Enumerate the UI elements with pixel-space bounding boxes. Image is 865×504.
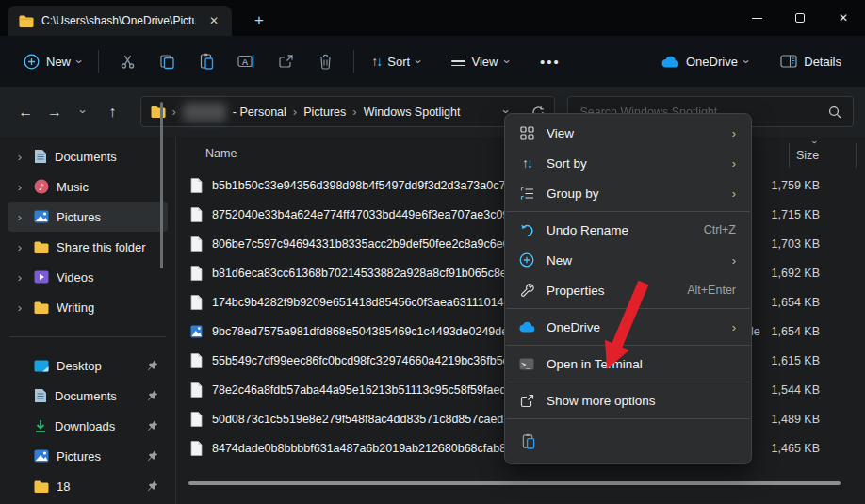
sidebar-item-18[interactable]: 18 [8, 471, 168, 501]
view-button[interactable]: View › [443, 48, 517, 75]
sidebar-item-documents[interactable]: › Documents [8, 141, 168, 171]
sidebar-item-label: Music [57, 180, 162, 194]
sidebar-item-documents-pinned[interactable]: Documents [8, 381, 168, 411]
column-separator[interactable] [856, 143, 857, 168]
menu-item-label: Group by [547, 187, 721, 201]
up-button[interactable]: ↑ [98, 97, 127, 126]
breadcrumb-separator-icon: › [172, 105, 176, 119]
new-tab-button[interactable]: + [245, 7, 273, 35]
menu-item-shortcut: Ctrl+Z [704, 223, 736, 236]
close-button[interactable]: ✕ [822, 0, 865, 36]
search-icon[interactable] [828, 106, 841, 119]
image-file-icon [190, 325, 204, 338]
pictures-icon [34, 449, 49, 463]
window-controls: ✕ [735, 0, 865, 36]
breadcrumb-personal[interactable]: - Personal [233, 106, 286, 119]
expand-chevron-icon[interactable]: › [13, 210, 26, 224]
file-icon [190, 382, 204, 398]
share-button[interactable] [266, 44, 305, 78]
undo-icon [518, 223, 535, 237]
svg-text:♪: ♪ [39, 182, 44, 192]
file-size: 1,465 KB [772, 442, 820, 455]
sidebar-scrollbar[interactable] [160, 102, 163, 268]
folder-icon [19, 15, 34, 27]
view-icon [451, 57, 465, 67]
sidebar-item-desktop[interactable]: Desktop [8, 350, 168, 381]
column-separator[interactable] [789, 143, 790, 168]
file-icon [190, 412, 204, 427]
forward-button[interactable]: → [41, 97, 70, 126]
file-size: 1,692 KB [772, 267, 820, 280]
tab-close-icon[interactable]: ✕ [204, 10, 224, 31]
paste-button[interactable] [514, 427, 543, 455]
sort-button[interactable]: ↑↓ Sort › [363, 47, 429, 75]
column-header-size[interactable]: Size [796, 149, 819, 162]
sidebar-item-label: Downloads [55, 419, 139, 433]
submenu-arrow-icon: › [732, 187, 736, 201]
file-icon [190, 295, 204, 310]
scissors-icon [120, 54, 136, 70]
submenu-arrow-icon: › [732, 126, 736, 140]
menu-item-sort-by[interactable]: ↑↓ Sort by › [509, 148, 747, 178]
menu-footer [505, 422, 751, 458]
chevron-down-icon: › [73, 59, 86, 63]
expand-chevron-icon[interactable]: › [13, 240, 26, 254]
sidebar-item-pictures[interactable]: › Pictures [8, 202, 168, 232]
submenu-arrow-icon: › [732, 320, 736, 334]
sidebar-item-writing[interactable]: › Writing [8, 292, 168, 322]
onedrive-cloud-icon [518, 321, 535, 333]
menu-item-label: New [547, 253, 721, 268]
menu-item-undo-rename[interactable]: Undo Rename Ctrl+Z [509, 215, 747, 245]
recent-locations-button[interactable]: › [69, 97, 98, 126]
group-by-icon [518, 187, 535, 201]
breadcrumb-pictures[interactable]: Pictures [303, 106, 346, 119]
copy-button[interactable] [147, 44, 187, 78]
new-button[interactable]: New › [15, 47, 90, 76]
sidebar-item-share-this-folder[interactable]: › Share this folder [8, 232, 168, 262]
submenu-arrow-icon: › [732, 156, 736, 171]
sidebar-item-videos[interactable]: › Videos [8, 262, 168, 292]
expand-chevron-icon[interactable]: › [13, 270, 26, 285]
menu-item-shortcut: Alt+Enter [687, 284, 736, 297]
file-size: 1,654 KB [772, 325, 820, 338]
sidebar-item-label: Writing [57, 301, 162, 315]
column-header-name[interactable]: Name [205, 147, 237, 160]
copy-icon [159, 54, 175, 70]
folder-icon [34, 301, 49, 314]
maximize-button[interactable] [778, 0, 822, 36]
more-options-button[interactable]: ••• [530, 44, 570, 78]
delete-button[interactable] [305, 44, 345, 78]
sidebar-item-pictures-pinned[interactable]: Pictures [8, 441, 168, 471]
pin-icon [147, 480, 158, 492]
explorer-tab[interactable]: C:\Users\shash\OneDrive\Pictu ✕ [8, 6, 232, 36]
file-size: 1,759 KB [772, 179, 820, 192]
menu-item-view[interactable]: View › [509, 118, 747, 148]
sidebar-item-label: Videos [57, 270, 162, 285]
sort-icon: ↑↓ [371, 54, 381, 69]
back-button[interactable]: ← [11, 97, 41, 126]
menu-item-group-by[interactable]: Group by › [509, 178, 747, 208]
navigation-pane: › Documents › ♪ Music › Pictures › Share… [0, 137, 175, 504]
pin-icon [147, 360, 158, 371]
chevron-down-icon: › [741, 59, 753, 63]
breadcrumb-windows-spotlight[interactable]: Windows Spotlight [364, 106, 461, 119]
menu-item-show-more-options[interactable]: Show more options [509, 385, 747, 415]
details-button[interactable]: Details [772, 48, 850, 75]
rename-button[interactable]: A [226, 44, 266, 78]
horizontal-scrollbar[interactable] [188, 481, 841, 485]
onedrive-status-button[interactable]: OneDrive › [652, 48, 757, 75]
onedrive-cloud-icon [661, 56, 679, 68]
breadcrumb-separator-icon: › [352, 105, 356, 119]
expand-chevron-icon[interactable]: › [13, 301, 26, 315]
sidebar-item-downloads[interactable]: Downloads [8, 411, 168, 441]
sidebar-item-music[interactable]: › ♪ Music [8, 171, 168, 202]
expand-chevron-icon[interactable]: › [13, 150, 26, 164]
details-pane-icon [780, 55, 797, 68]
cut-button[interactable] [107, 44, 147, 78]
redacted-account-name [183, 103, 226, 122]
address-bar[interactable]: › - Personal › Pictures › Windows Spotli… [140, 96, 556, 127]
expand-chevron-icon[interactable]: › [13, 180, 26, 194]
minimize-button[interactable] [735, 0, 778, 36]
paste-button[interactable] [187, 44, 226, 78]
menu-item-label: Show more options [547, 394, 736, 408]
